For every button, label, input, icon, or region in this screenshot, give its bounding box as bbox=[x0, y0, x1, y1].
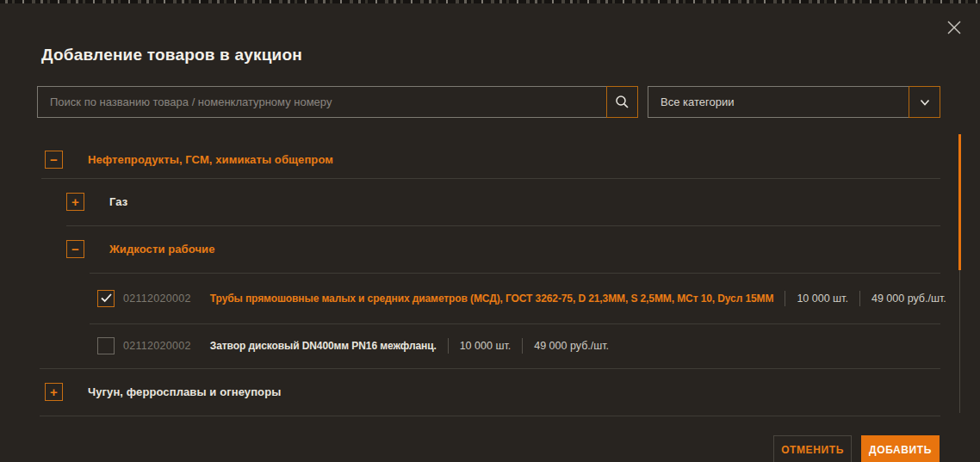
scrollbar-thumb[interactable] bbox=[958, 134, 961, 270]
category-label[interactable]: Газ bbox=[109, 195, 127, 208]
divider bbox=[40, 416, 940, 416]
cancel-button[interactable]: ОТМЕНИТЬ bbox=[773, 435, 852, 462]
checkmark-icon bbox=[101, 293, 112, 303]
tree-row-neft: − Нефтепродукты, ГСМ, химикаты общепром bbox=[0, 140, 980, 178]
search-input[interactable] bbox=[37, 86, 606, 118]
product-qty: 10 000 шт. bbox=[797, 293, 848, 305]
divider bbox=[522, 338, 523, 354]
tree-row-zhidkosti: − Жидкости рабочие bbox=[0, 225, 980, 273]
category-select[interactable]: Все категории bbox=[648, 86, 940, 118]
product-row: 02112020002 Затвор дисковый DN400мм PN16… bbox=[0, 323, 980, 368]
collapse-icon[interactable]: − bbox=[66, 240, 84, 258]
checkbox-unchecked[interactable] bbox=[97, 337, 115, 354]
add-button[interactable]: ДОБАВИТЬ bbox=[861, 435, 940, 462]
page-title: Добавление товаров в аукцион bbox=[41, 46, 302, 65]
product-price: 49 000 руб./шт. bbox=[871, 293, 946, 305]
product-qty: 10 000 шт. bbox=[460, 340, 512, 352]
search-bar bbox=[37, 86, 638, 118]
close-icon[interactable] bbox=[942, 15, 966, 40]
product-name[interactable]: Затвор дисковый DN400мм PN16 межфланц. bbox=[210, 340, 437, 352]
tree-row-gaz: + Газ bbox=[0, 178, 980, 225]
add-products-modal: Добавление товаров в аукцион Все категор… bbox=[0, 0, 980, 462]
divider bbox=[785, 291, 785, 306]
collapse-icon[interactable]: − bbox=[45, 151, 63, 169]
search-icon bbox=[615, 95, 630, 109]
category-select-toggle[interactable] bbox=[909, 86, 940, 118]
product-name[interactable]: Трубы прямошовные малых и средних диамет… bbox=[210, 293, 774, 305]
divider bbox=[859, 291, 860, 306]
product-price: 49 000 руб./шт. bbox=[534, 340, 609, 352]
expand-icon[interactable]: + bbox=[66, 193, 84, 211]
category-label[interactable]: Чугун, ферросплавы и огнеупоры bbox=[88, 385, 281, 398]
category-label[interactable]: Нефтепродукты, ГСМ, химикаты общепром bbox=[88, 153, 333, 166]
product-code: 02112020002 bbox=[123, 340, 191, 352]
product-code: 02112020002 bbox=[123, 293, 191, 305]
category-label[interactable]: Жидкости рабочие bbox=[109, 243, 215, 256]
chevron-down-icon bbox=[918, 95, 932, 109]
product-row: 02112020002 Трубы прямошовные малых и ср… bbox=[0, 273, 980, 323]
category-select-value: Все категории bbox=[648, 95, 909, 108]
divider bbox=[448, 338, 449, 354]
checkbox-checked[interactable] bbox=[97, 290, 115, 307]
scrollbar-track bbox=[959, 270, 960, 413]
expand-icon[interactable]: + bbox=[45, 383, 63, 401]
search-button[interactable] bbox=[606, 86, 638, 118]
tree-row-chugun: + Чугун, ферросплавы и огнеупоры bbox=[0, 368, 980, 416]
